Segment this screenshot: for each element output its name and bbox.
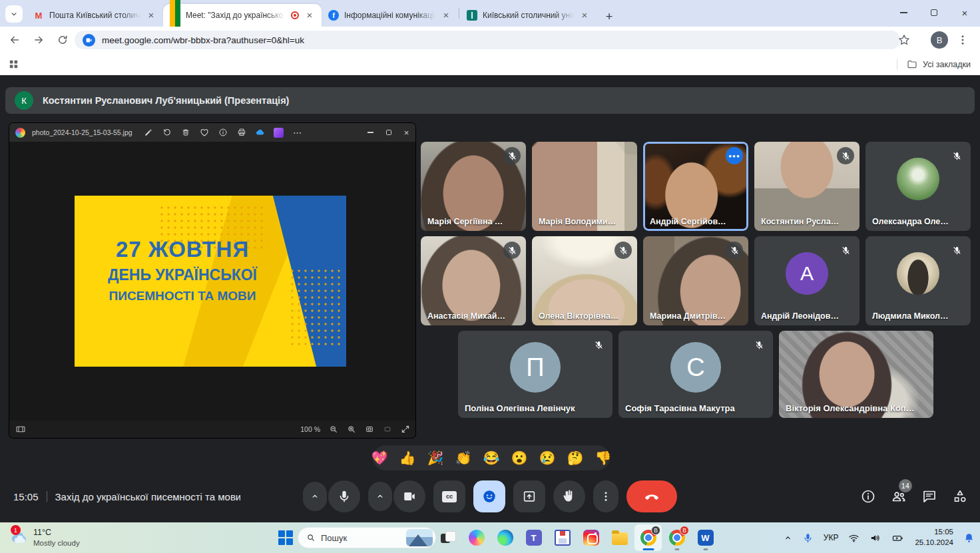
rotate-icon[interactable] bbox=[162, 128, 172, 138]
camera-toggle-button[interactable] bbox=[393, 480, 425, 512]
floppy-taskbar-icon[interactable] bbox=[549, 524, 576, 551]
forward-button[interactable] bbox=[29, 31, 48, 49]
tab-search-button[interactable] bbox=[5, 5, 23, 23]
end-call-button[interactable] bbox=[626, 480, 677, 512]
apps-grid-button[interactable] bbox=[8, 59, 19, 70]
back-button[interactable] bbox=[5, 31, 24, 49]
copilot-taskbar-icon[interactable] bbox=[463, 524, 490, 551]
input-language[interactable]: УКР bbox=[824, 533, 839, 542]
window-maximize-button[interactable] bbox=[919, 0, 949, 25]
reaction-emoji[interactable]: 👍 bbox=[399, 451, 416, 464]
browser-tab[interactable]: MПошта Київський столичний у× bbox=[27, 4, 163, 27]
reaction-emoji[interactable]: 💖 bbox=[371, 451, 388, 464]
edit-icon[interactable] bbox=[143, 128, 153, 138]
refresh-button[interactable] bbox=[53, 31, 72, 49]
browser-tab[interactable]: Київський столичний універси× bbox=[460, 4, 597, 27]
weather-widget[interactable]: 1 11°C Mostly cloudy bbox=[5, 524, 84, 551]
window-minimize-button[interactable] bbox=[888, 0, 919, 25]
zoom-out-icon[interactable] bbox=[329, 425, 338, 434]
print-icon[interactable] bbox=[236, 128, 246, 138]
participant-tile[interactable]: Олександра Оле… bbox=[865, 142, 971, 231]
onedrive-icon[interactable] bbox=[255, 128, 265, 138]
photos-close-button[interactable]: × bbox=[397, 123, 415, 142]
task-view-taskbar-icon[interactable] bbox=[434, 524, 461, 551]
participant-tile[interactable]: ААндрій Леонідов… bbox=[754, 236, 859, 325]
delete-icon[interactable] bbox=[180, 128, 190, 138]
instagram-taskbar-icon[interactable] bbox=[577, 524, 605, 551]
more-options-button[interactable] bbox=[593, 480, 618, 512]
mic-toggle-button[interactable] bbox=[328, 480, 360, 512]
captions-button[interactable] bbox=[433, 480, 465, 512]
bookmark-star-button[interactable] bbox=[897, 33, 911, 47]
participant-tile[interactable]: Анастасія Михай… bbox=[421, 236, 526, 325]
participant-tile[interactable]: Костянтин Русла… bbox=[754, 142, 859, 231]
participant-tile[interactable]: ССофія Тарасівна Макутра bbox=[618, 331, 773, 418]
fullscreen-icon[interactable] bbox=[401, 425, 410, 434]
notification-bell-icon[interactable] bbox=[963, 532, 975, 544]
mic-off-icon bbox=[837, 242, 854, 259]
raise-hand-button[interactable] bbox=[553, 480, 585, 512]
tile-options-icon[interactable]: ●●● bbox=[726, 147, 743, 164]
browser-tab[interactable]: Meet: "Захід до українсько× bbox=[163, 4, 322, 27]
tab-close-icon[interactable]: × bbox=[579, 10, 590, 21]
explorer-taskbar-icon[interactable] bbox=[606, 524, 633, 551]
reaction-emoji[interactable]: 😢 bbox=[539, 451, 555, 464]
camera-options-button[interactable] bbox=[368, 482, 392, 511]
meeting-details-button[interactable] bbox=[860, 488, 876, 504]
reaction-emoji[interactable]: 👏 bbox=[455, 451, 472, 464]
favorite-icon[interactable] bbox=[199, 128, 209, 138]
participant-tile[interactable]: Марина Дмитрів… bbox=[643, 236, 748, 325]
wifi-icon[interactable] bbox=[848, 532, 859, 544]
reaction-emoji[interactable]: 😮 bbox=[511, 451, 527, 464]
chat-button[interactable] bbox=[921, 488, 937, 504]
participant-tile[interactable]: Марія Сергіївна … bbox=[421, 142, 526, 231]
chrome-taskbar-icon[interactable]: B bbox=[663, 524, 690, 551]
edge-taskbar-icon[interactable] bbox=[491, 524, 519, 551]
participant-tile[interactable]: ●●●Андрій Сергійов… bbox=[643, 142, 748, 231]
actual-size-icon[interactable] bbox=[383, 425, 392, 434]
window-close-button[interactable]: × bbox=[949, 0, 980, 25]
participant-tile[interactable]: Марія Володими… bbox=[532, 142, 637, 231]
participant-tile[interactable]: Олена Вікторівна… bbox=[532, 236, 637, 325]
new-tab-button[interactable]: + bbox=[601, 8, 618, 25]
browser-menu-button[interactable] bbox=[955, 32, 971, 48]
reaction-emoji[interactable]: 🎉 bbox=[427, 451, 444, 464]
fit-to-window-icon[interactable] bbox=[365, 425, 374, 434]
info-icon[interactable] bbox=[218, 128, 228, 138]
word-taskbar-icon[interactable] bbox=[692, 524, 719, 551]
participant-tile[interactable]: ППоліна Олегівна Левінчук bbox=[458, 331, 612, 418]
browser-tab[interactable]: fІнформаційні комунікації | Fac× bbox=[322, 4, 458, 27]
browser-profile-avatar[interactable]: B bbox=[931, 31, 948, 49]
present-button[interactable] bbox=[513, 480, 545, 512]
reaction-emoji[interactable]: 👎 bbox=[595, 451, 611, 464]
reaction-emoji[interactable]: 🤔 bbox=[567, 451, 583, 464]
clock[interactable]: 15:05 25.10.2024 bbox=[915, 527, 953, 548]
photos-maximize-button[interactable] bbox=[379, 123, 397, 142]
start-button[interactable] bbox=[278, 530, 293, 545]
reaction-emoji[interactable]: 😂 bbox=[483, 451, 500, 464]
tab-close-icon[interactable]: × bbox=[146, 10, 156, 21]
activities-button[interactable] bbox=[952, 488, 968, 504]
more-icon[interactable]: ⋯ bbox=[292, 128, 302, 138]
battery-icon[interactable] bbox=[891, 532, 905, 544]
reactions-button[interactable] bbox=[473, 480, 505, 512]
mic-options-button[interactable] bbox=[303, 482, 327, 511]
volume-icon[interactable] bbox=[869, 532, 881, 544]
zoom-in-icon[interactable] bbox=[347, 425, 356, 434]
participants-button[interactable]: 14 bbox=[891, 488, 907, 504]
address-bar[interactable]: meet.google.com/wbr-bbbx-bra?authuser=0&… bbox=[75, 31, 900, 49]
filmstrip-icon[interactable] bbox=[15, 424, 26, 435]
mic-in-use-icon[interactable] bbox=[802, 532, 814, 544]
teams-taskbar-icon[interactable] bbox=[520, 524, 547, 551]
taskbar-search[interactable]: Пошук bbox=[298, 527, 436, 548]
photos-minimize-button[interactable] bbox=[362, 123, 379, 142]
all-bookmarks[interactable]: Усі закладки bbox=[897, 53, 971, 75]
participant-tile[interactable]: Вікторія Олександрівна Коп… bbox=[779, 331, 933, 418]
photos-titlebar[interactable]: photo_2024-10-25_15-03-55.jpg ⋯ × bbox=[9, 123, 415, 142]
tab-close-icon[interactable]: × bbox=[304, 10, 315, 21]
participant-tile[interactable]: Людмила Микол… bbox=[865, 236, 971, 325]
hidden-icons-chevron[interactable] bbox=[784, 534, 792, 542]
gallery-icon[interactable] bbox=[274, 128, 284, 138]
chrome-taskbar-icon[interactable]: B bbox=[634, 524, 662, 551]
tab-close-icon[interactable]: × bbox=[441, 10, 451, 21]
